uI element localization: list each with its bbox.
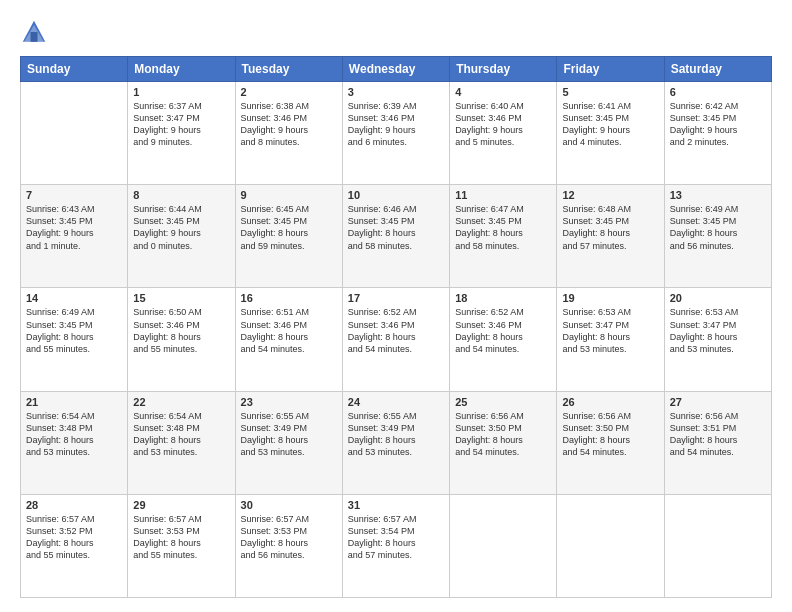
day-info: Sunrise: 6:50 AM Sunset: 3:46 PM Dayligh… xyxy=(133,306,229,355)
calendar-cell: 3Sunrise: 6:39 AM Sunset: 3:46 PM Daylig… xyxy=(342,82,449,185)
day-number: 11 xyxy=(455,189,551,201)
calendar-cell: 30Sunrise: 6:57 AM Sunset: 3:53 PM Dayli… xyxy=(235,494,342,597)
logo-icon xyxy=(20,18,48,46)
day-info: Sunrise: 6:56 AM Sunset: 3:50 PM Dayligh… xyxy=(455,410,551,459)
day-number: 15 xyxy=(133,292,229,304)
calendar-cell: 5Sunrise: 6:41 AM Sunset: 3:45 PM Daylig… xyxy=(557,82,664,185)
calendar-cell: 27Sunrise: 6:56 AM Sunset: 3:51 PM Dayli… xyxy=(664,391,771,494)
calendar-cell: 12Sunrise: 6:48 AM Sunset: 3:45 PM Dayli… xyxy=(557,185,664,288)
day-info: Sunrise: 6:57 AM Sunset: 3:54 PM Dayligh… xyxy=(348,513,444,562)
weekday-header-wednesday: Wednesday xyxy=(342,57,449,82)
day-info: Sunrise: 6:55 AM Sunset: 3:49 PM Dayligh… xyxy=(241,410,337,459)
day-info: Sunrise: 6:47 AM Sunset: 3:45 PM Dayligh… xyxy=(455,203,551,252)
calendar-cell: 6Sunrise: 6:42 AM Sunset: 3:45 PM Daylig… xyxy=(664,82,771,185)
weekday-header-friday: Friday xyxy=(557,57,664,82)
calendar-cell xyxy=(557,494,664,597)
header xyxy=(20,18,772,46)
day-number: 5 xyxy=(562,86,658,98)
day-number: 20 xyxy=(670,292,766,304)
day-number: 2 xyxy=(241,86,337,98)
day-number: 14 xyxy=(26,292,122,304)
day-info: Sunrise: 6:44 AM Sunset: 3:45 PM Dayligh… xyxy=(133,203,229,252)
day-number: 25 xyxy=(455,396,551,408)
calendar-cell: 8Sunrise: 6:44 AM Sunset: 3:45 PM Daylig… xyxy=(128,185,235,288)
day-info: Sunrise: 6:52 AM Sunset: 3:46 PM Dayligh… xyxy=(455,306,551,355)
weekday-header-tuesday: Tuesday xyxy=(235,57,342,82)
day-info: Sunrise: 6:56 AM Sunset: 3:50 PM Dayligh… xyxy=(562,410,658,459)
weekday-header-sunday: Sunday xyxy=(21,57,128,82)
calendar-cell: 10Sunrise: 6:46 AM Sunset: 3:45 PM Dayli… xyxy=(342,185,449,288)
day-number: 7 xyxy=(26,189,122,201)
logo xyxy=(20,18,52,46)
calendar-week-row: 28Sunrise: 6:57 AM Sunset: 3:52 PM Dayli… xyxy=(21,494,772,597)
calendar-cell: 31Sunrise: 6:57 AM Sunset: 3:54 PM Dayli… xyxy=(342,494,449,597)
day-info: Sunrise: 6:57 AM Sunset: 3:53 PM Dayligh… xyxy=(241,513,337,562)
day-info: Sunrise: 6:48 AM Sunset: 3:45 PM Dayligh… xyxy=(562,203,658,252)
day-number: 13 xyxy=(670,189,766,201)
calendar-cell: 4Sunrise: 6:40 AM Sunset: 3:46 PM Daylig… xyxy=(450,82,557,185)
page: SundayMondayTuesdayWednesdayThursdayFrid… xyxy=(0,0,792,612)
day-number: 8 xyxy=(133,189,229,201)
calendar-cell: 13Sunrise: 6:49 AM Sunset: 3:45 PM Dayli… xyxy=(664,185,771,288)
day-number: 28 xyxy=(26,499,122,511)
day-number: 6 xyxy=(670,86,766,98)
calendar-cell: 21Sunrise: 6:54 AM Sunset: 3:48 PM Dayli… xyxy=(21,391,128,494)
day-info: Sunrise: 6:52 AM Sunset: 3:46 PM Dayligh… xyxy=(348,306,444,355)
day-info: Sunrise: 6:53 AM Sunset: 3:47 PM Dayligh… xyxy=(670,306,766,355)
day-number: 30 xyxy=(241,499,337,511)
day-number: 4 xyxy=(455,86,551,98)
calendar-cell: 9Sunrise: 6:45 AM Sunset: 3:45 PM Daylig… xyxy=(235,185,342,288)
day-info: Sunrise: 6:41 AM Sunset: 3:45 PM Dayligh… xyxy=(562,100,658,149)
day-number: 16 xyxy=(241,292,337,304)
calendar-cell xyxy=(450,494,557,597)
day-number: 22 xyxy=(133,396,229,408)
day-info: Sunrise: 6:51 AM Sunset: 3:46 PM Dayligh… xyxy=(241,306,337,355)
day-number: 31 xyxy=(348,499,444,511)
day-info: Sunrise: 6:54 AM Sunset: 3:48 PM Dayligh… xyxy=(133,410,229,459)
day-number: 18 xyxy=(455,292,551,304)
day-number: 10 xyxy=(348,189,444,201)
day-info: Sunrise: 6:53 AM Sunset: 3:47 PM Dayligh… xyxy=(562,306,658,355)
calendar-cell: 18Sunrise: 6:52 AM Sunset: 3:46 PM Dayli… xyxy=(450,288,557,391)
day-number: 24 xyxy=(348,396,444,408)
day-info: Sunrise: 6:55 AM Sunset: 3:49 PM Dayligh… xyxy=(348,410,444,459)
calendar-cell: 23Sunrise: 6:55 AM Sunset: 3:49 PM Dayli… xyxy=(235,391,342,494)
day-info: Sunrise: 6:49 AM Sunset: 3:45 PM Dayligh… xyxy=(670,203,766,252)
day-number: 3 xyxy=(348,86,444,98)
calendar-cell: 22Sunrise: 6:54 AM Sunset: 3:48 PM Dayli… xyxy=(128,391,235,494)
calendar-cell xyxy=(664,494,771,597)
weekday-header-monday: Monday xyxy=(128,57,235,82)
day-info: Sunrise: 6:54 AM Sunset: 3:48 PM Dayligh… xyxy=(26,410,122,459)
calendar-cell xyxy=(21,82,128,185)
calendar-cell: 7Sunrise: 6:43 AM Sunset: 3:45 PM Daylig… xyxy=(21,185,128,288)
day-number: 12 xyxy=(562,189,658,201)
calendar-header-row: SundayMondayTuesdayWednesdayThursdayFrid… xyxy=(21,57,772,82)
calendar-cell: 28Sunrise: 6:57 AM Sunset: 3:52 PM Dayli… xyxy=(21,494,128,597)
day-info: Sunrise: 6:57 AM Sunset: 3:52 PM Dayligh… xyxy=(26,513,122,562)
weekday-header-saturday: Saturday xyxy=(664,57,771,82)
day-info: Sunrise: 6:43 AM Sunset: 3:45 PM Dayligh… xyxy=(26,203,122,252)
day-number: 27 xyxy=(670,396,766,408)
calendar-cell: 20Sunrise: 6:53 AM Sunset: 3:47 PM Dayli… xyxy=(664,288,771,391)
calendar-week-row: 7Sunrise: 6:43 AM Sunset: 3:45 PM Daylig… xyxy=(21,185,772,288)
day-info: Sunrise: 6:37 AM Sunset: 3:47 PM Dayligh… xyxy=(133,100,229,149)
day-info: Sunrise: 6:49 AM Sunset: 3:45 PM Dayligh… xyxy=(26,306,122,355)
calendar-cell: 19Sunrise: 6:53 AM Sunset: 3:47 PM Dayli… xyxy=(557,288,664,391)
day-number: 23 xyxy=(241,396,337,408)
calendar-week-row: 21Sunrise: 6:54 AM Sunset: 3:48 PM Dayli… xyxy=(21,391,772,494)
calendar-cell: 11Sunrise: 6:47 AM Sunset: 3:45 PM Dayli… xyxy=(450,185,557,288)
day-info: Sunrise: 6:57 AM Sunset: 3:53 PM Dayligh… xyxy=(133,513,229,562)
calendar-cell: 29Sunrise: 6:57 AM Sunset: 3:53 PM Dayli… xyxy=(128,494,235,597)
calendar-cell: 17Sunrise: 6:52 AM Sunset: 3:46 PM Dayli… xyxy=(342,288,449,391)
day-number: 9 xyxy=(241,189,337,201)
day-number: 21 xyxy=(26,396,122,408)
calendar-cell: 25Sunrise: 6:56 AM Sunset: 3:50 PM Dayli… xyxy=(450,391,557,494)
day-number: 29 xyxy=(133,499,229,511)
calendar-cell: 26Sunrise: 6:56 AM Sunset: 3:50 PM Dayli… xyxy=(557,391,664,494)
day-info: Sunrise: 6:38 AM Sunset: 3:46 PM Dayligh… xyxy=(241,100,337,149)
day-number: 1 xyxy=(133,86,229,98)
day-info: Sunrise: 6:39 AM Sunset: 3:46 PM Dayligh… xyxy=(348,100,444,149)
day-info: Sunrise: 6:40 AM Sunset: 3:46 PM Dayligh… xyxy=(455,100,551,149)
calendar-cell: 14Sunrise: 6:49 AM Sunset: 3:45 PM Dayli… xyxy=(21,288,128,391)
calendar-week-row: 1Sunrise: 6:37 AM Sunset: 3:47 PM Daylig… xyxy=(21,82,772,185)
